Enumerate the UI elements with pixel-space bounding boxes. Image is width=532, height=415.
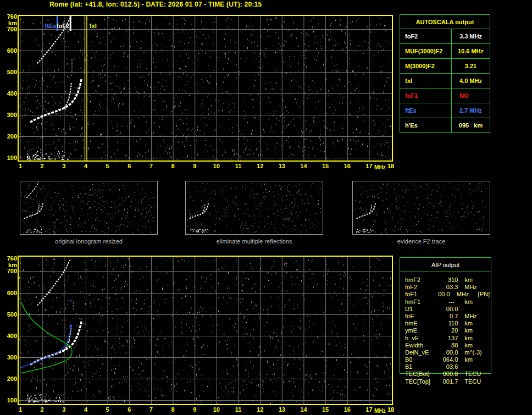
aip-unit: TECU	[458, 370, 489, 378]
plot-border	[18, 256, 392, 405]
svg-text:15: 15	[322, 406, 329, 413]
svg-text:4: 4	[84, 163, 88, 169]
aip-row-d1: D100.0	[405, 306, 490, 313]
autoscala-row-fof2: foF23.3 MHz	[400, 29, 490, 44]
svg-text:760: 760	[7, 13, 17, 20]
autoscala-output-table: AUTOSCALA output foF23.3 MHzMUF(3000)F21…	[400, 14, 490, 133]
aip-extra	[489, 320, 490, 327]
parameter-label: foF1	[400, 88, 452, 103]
autoscala-table-rows: foF23.3 MHzMUF(3000)F210.6 MHzM(3000)F23…	[400, 29, 490, 132]
svg-text:km: km	[8, 262, 17, 268]
thumbnail-traces	[356, 203, 375, 233]
plot-border	[18, 15, 392, 161]
aip-value: 310	[436, 276, 458, 284]
aip-label: hmF2	[405, 276, 436, 284]
aip-row-b1: B103.6	[405, 363, 490, 370]
aip-extra	[489, 363, 490, 370]
svg-text:500: 500	[7, 69, 17, 75]
aip-label: TEC[Bot]	[405, 370, 436, 378]
grid-lines	[18, 15, 392, 161]
aip-label: D1	[405, 306, 436, 313]
svg-text:12: 12	[257, 163, 263, 169]
svg-text:100: 100	[7, 397, 17, 403]
autoscala-row-ftes: ftEs2.7 MHz	[400, 103, 490, 118]
aip-row-ewidth: Ewidth88km	[405, 342, 490, 349]
svg-text:MHz: MHz	[374, 408, 386, 414]
aip-row-delnve: DelN_vE00.0m^(-3)	[405, 349, 490, 356]
aip-value: ---	[436, 298, 458, 306]
thumbnail-noise	[187, 182, 322, 234]
grid-lines	[18, 256, 392, 405]
parameter-value: 095 km	[452, 118, 490, 132]
aip-unit: km	[458, 356, 489, 363]
aip-extra: [PN]	[478, 291, 490, 298]
svg-text:5: 5	[106, 163, 109, 169]
parameter-label: M(3000)F2	[400, 59, 452, 73]
aip-value: 001.7	[436, 378, 458, 385]
aip-extra	[489, 378, 490, 385]
svg-text:1: 1	[19, 406, 22, 413]
svg-text:100: 100	[7, 154, 17, 161]
aip-label: hmF1	[405, 298, 436, 306]
aip-row-hmf1: hmF1--- km	[405, 298, 490, 306]
aip-unit: km	[458, 342, 489, 349]
aip-unit	[458, 306, 489, 313]
aip-extra	[489, 356, 490, 363]
aip-unit: TECU	[458, 378, 489, 385]
svg-text:18: 18	[387, 406, 394, 413]
svg-text:2: 2	[41, 406, 44, 413]
aip-label: TEC[Top]	[405, 378, 436, 385]
window-title: Rome (lat: +41.8, lon: 012.5) - DATE: 20…	[49, 1, 262, 8]
aip-unit: km	[458, 298, 489, 306]
aip-row-tectop: TEC[Top]001.7TECU	[405, 378, 490, 385]
svg-text:6: 6	[128, 163, 131, 169]
aip-row-hme: hmE110km	[405, 320, 490, 327]
svg-text:300: 300	[7, 354, 17, 361]
aip-value: 0.7	[436, 313, 458, 320]
thumbnail-canvas	[353, 181, 490, 234]
autoscala-row-hes: h'Es095 km	[400, 118, 490, 132]
aip-row-yme: ymE20km	[405, 327, 490, 334]
svg-text:200: 200	[7, 375, 17, 382]
svg-text:200: 200	[7, 133, 17, 140]
svg-text:7: 7	[149, 163, 153, 169]
characteristic-markers: ftEsfoF2fxI	[45, 15, 97, 161]
aip-ionogram: 123456789101112131415161718MHz7607006005…	[0, 252, 401, 415]
svg-text:foF2: foF2	[57, 23, 69, 29]
svg-text:400: 400	[7, 333, 17, 339]
aip-label: Ewidth	[405, 342, 436, 349]
svg-text:18: 18	[387, 163, 394, 169]
aip-label: foE	[405, 313, 436, 320]
aip-unit: MHz	[450, 291, 478, 298]
aip-value: 064.0	[436, 356, 458, 363]
svg-text:700: 700	[7, 268, 17, 274]
svg-text:400: 400	[7, 90, 17, 97]
aip-extra	[489, 284, 490, 291]
svg-text:4: 4	[84, 406, 88, 413]
aip-unit: km	[458, 327, 489, 334]
aip-extra	[489, 313, 490, 320]
aip-extra	[489, 298, 490, 306]
parameter-label: h'Es	[400, 118, 452, 132]
svg-text:16: 16	[344, 163, 351, 169]
parameter-value: 4.0 MHz	[452, 74, 490, 88]
svg-text:10: 10	[213, 406, 220, 413]
svg-text:13: 13	[279, 163, 285, 169]
axis-tick-labels: 123456789101112131415161718MHz7607006005…	[7, 255, 395, 414]
aip-table-rows: hmF2310kmfoF203.3MHzfoF100.0MHz[PN]hmF1-…	[405, 276, 490, 385]
aip-value: 000.8	[436, 370, 458, 378]
aip-row-foe: foE0.7MHz	[405, 313, 490, 320]
aip-label: foF2	[405, 284, 436, 291]
svg-text:9: 9	[193, 406, 196, 413]
aip-unit: km	[458, 276, 489, 284]
svg-text:fxI: fxI	[90, 23, 97, 29]
aip-row-fof1: foF100.0MHz[PN]	[405, 291, 490, 298]
svg-text:17: 17	[365, 163, 372, 169]
aip-extra	[489, 276, 490, 284]
aip-extra	[489, 327, 490, 334]
svg-text:300: 300	[7, 112, 17, 118]
thumbnail-evidence-f2-trace	[352, 181, 490, 235]
aip-output-table: AIP output hmF2310kmfoF203.3MHzfoF100.0M…	[400, 257, 491, 374]
svg-text:10: 10	[213, 163, 220, 169]
svg-text:17: 17	[365, 406, 372, 413]
